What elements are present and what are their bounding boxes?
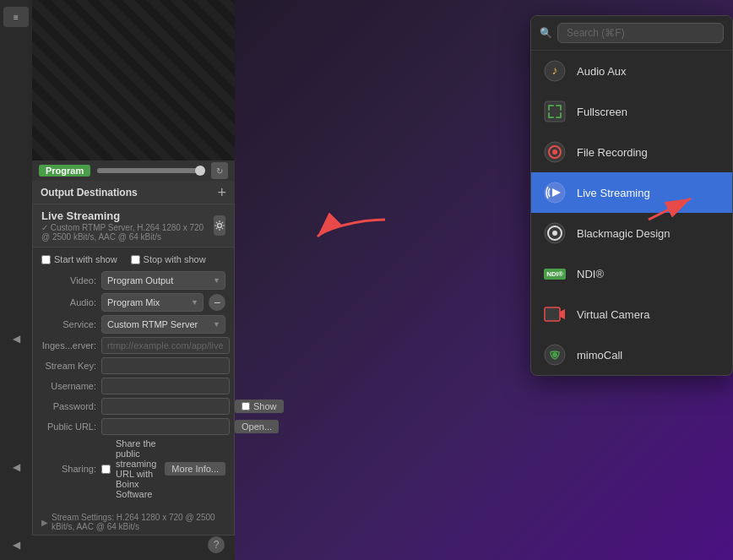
- ndi-badge: NDI®: [544, 269, 566, 280]
- public-url-row: Public URL: Open...: [41, 418, 225, 435]
- ingest-label: Inges...erver:: [41, 340, 96, 351]
- search-icon: 🔍: [540, 27, 552, 39]
- program-bar: Program ↻: [32, 160, 235, 181]
- file-recording-icon: [543, 140, 567, 164]
- video-row: Video: Program Output ▼: [41, 271, 225, 290]
- output-type-dropdown: 🔍 ♪ Audio Aux Fullscreen: [530, 15, 733, 376]
- progress-knob[interactable]: [195, 166, 205, 176]
- main-content: Program ↻ Output Destinations + Live Str…: [32, 0, 733, 560]
- ingest-server-input[interactable]: [101, 337, 230, 354]
- output-add-button[interactable]: +: [217, 185, 226, 200]
- help-button[interactable]: ?: [208, 536, 225, 553]
- start-with-show-input[interactable]: [41, 255, 51, 264]
- ndi-icon: NDI®: [543, 262, 567, 285]
- video-select-wrapper: Program Output ▼: [101, 271, 225, 290]
- service-row: Service: Custom RTMP Server ▼: [41, 315, 225, 334]
- service-label: Service:: [41, 319, 96, 329]
- progress-fill: [97, 168, 198, 173]
- show-password-checkbox[interactable]: [242, 402, 250, 410]
- output-header: Output Destinations +: [32, 181, 235, 204]
- stop-with-show-input[interactable]: [131, 255, 140, 264]
- sidebar-arrow-2[interactable]: ◀: [8, 459, 24, 476]
- stop-with-show-checkbox[interactable]: Stop with show: [131, 254, 206, 264]
- audio-aux-label: Audio Aux: [577, 65, 720, 78]
- audio-label: Audio:: [41, 297, 96, 307]
- svg-point-13: [552, 352, 557, 357]
- output-panel: Output Destinations + Live Streaming ✓ C…: [32, 181, 235, 560]
- sharing-label: Sharing:: [41, 464, 96, 474]
- streaming-settings-button[interactable]: [214, 215, 226, 236]
- stream-settings-chevron-icon: ▶: [41, 518, 48, 527]
- progress-bar[interactable]: [97, 168, 204, 173]
- dropdown-item-virtual-camera[interactable]: Virtual Camera: [531, 294, 732, 334]
- sidebar-btn-1[interactable]: ≡: [3, 7, 29, 27]
- file-recording-label: File Recording: [577, 146, 720, 159]
- fullscreen-icon: [543, 100, 567, 123]
- sidebar-arrow-1[interactable]: ◀: [8, 330, 24, 347]
- sharing-text: Share the public streaming URL with Boin…: [116, 438, 160, 499]
- dropdown-item-mimocall[interactable]: mimoCall: [531, 334, 732, 375]
- video-preview: [32, 0, 235, 160]
- sidebar-arrow-3[interactable]: ◀: [8, 536, 24, 553]
- dropdown-item-blackmagic[interactable]: Blackmagic Design: [531, 213, 732, 253]
- dropdown-item-live-streaming[interactable]: Live Streaming: [531, 172, 732, 213]
- stream-key-input[interactable]: [101, 357, 230, 374]
- virtual-camera-icon: [543, 302, 567, 326]
- streaming-card-title: Live Streaming: [41, 209, 214, 222]
- checkbox-row: Start with show Stop with show: [41, 254, 225, 264]
- dropdown-item-fullscreen[interactable]: Fullscreen: [531, 91, 732, 132]
- svg-point-0: [217, 224, 221, 228]
- svg-text:♪: ♪: [552, 63, 558, 77]
- dropdown-search-area: 🔍: [531, 16, 732, 51]
- stream-settings-row[interactable]: ▶ Stream Settings: H.264 1280 x 720 @ 25…: [33, 509, 234, 535]
- streaming-form: Start with show Stop with show Video: Pr…: [33, 247, 234, 509]
- streaming-card: Live Streaming ✓ Custom RTMP Server, H.2…: [32, 204, 235, 536]
- svg-rect-3: [545, 101, 565, 122]
- more-info-button[interactable]: More Info...: [165, 462, 225, 476]
- streaming-card-subtitle: ✓ Custom RTMP Server, H.264 1280 x 720 @…: [41, 223, 214, 242]
- program-refresh-icon[interactable]: ↻: [211, 162, 228, 179]
- blackmagic-icon: [543, 221, 567, 245]
- live-streaming-label: Live Streaming: [577, 187, 720, 199]
- start-with-show-checkbox[interactable]: Start with show: [41, 254, 117, 264]
- video-select[interactable]: Program Output: [101, 271, 225, 290]
- program-tag: Program: [39, 165, 90, 177]
- dropdown-item-file-recording[interactable]: File Recording: [531, 132, 732, 172]
- show-password-button[interactable]: Show: [235, 400, 284, 413]
- password-input[interactable]: [101, 398, 230, 415]
- audio-select[interactable]: Program Mix: [101, 293, 204, 312]
- search-input[interactable]: [557, 23, 724, 43]
- public-url-input[interactable]: [101, 418, 230, 435]
- mimocall-label: mimoCall: [577, 349, 720, 362]
- virtual-camera-label: Virtual Camera: [577, 308, 720, 321]
- live-streaming-icon: [543, 181, 567, 204]
- audio-remove-button[interactable]: −: [209, 294, 225, 311]
- username-input[interactable]: [101, 378, 230, 394]
- audio-select-wrapper: Program Mix ▼: [101, 293, 204, 312]
- sharing-row: Sharing: Share the public streaming URL …: [41, 438, 225, 499]
- public-url-label: Public URL:: [41, 421, 96, 432]
- fullscreen-label: Fullscreen: [577, 106, 720, 118]
- username-row: Username:: [41, 378, 225, 394]
- svg-point-6: [552, 150, 557, 155]
- dropdown-item-audio-aux[interactable]: ♪ Audio Aux: [531, 51, 732, 91]
- audio-row: Audio: Program Mix ▼ −: [41, 293, 225, 312]
- show-label: Show: [253, 401, 277, 411]
- audio-aux-icon: ♪: [543, 59, 567, 83]
- video-label: Video:: [41, 275, 96, 285]
- sidebar-left: ≡ ◀ ◀ ◀: [0, 0, 32, 560]
- service-select-wrapper: Custom RTMP Server ▼: [101, 315, 225, 334]
- start-with-show-label: Start with show: [54, 254, 117, 264]
- username-label: Username:: [41, 381, 96, 391]
- mimocall-icon: [543, 343, 567, 367]
- password-row: Password: Show: [41, 398, 225, 415]
- service-select[interactable]: Custom RTMP Server: [101, 315, 225, 334]
- open-url-button[interactable]: Open...: [235, 420, 279, 433]
- stream-key-row: Stream Key:: [41, 357, 225, 374]
- dropdown-item-ndi[interactable]: NDI® NDI®: [531, 253, 732, 294]
- sharing-checkbox[interactable]: [101, 465, 111, 474]
- ingest-server-row: Inges...erver:: [41, 337, 225, 354]
- streaming-card-header: Live Streaming ✓ Custom RTMP Server, H.2…: [33, 204, 234, 247]
- stream-key-label: Stream Key:: [41, 361, 96, 371]
- streaming-card-title-area: Live Streaming ✓ Custom RTMP Server, H.2…: [41, 209, 214, 242]
